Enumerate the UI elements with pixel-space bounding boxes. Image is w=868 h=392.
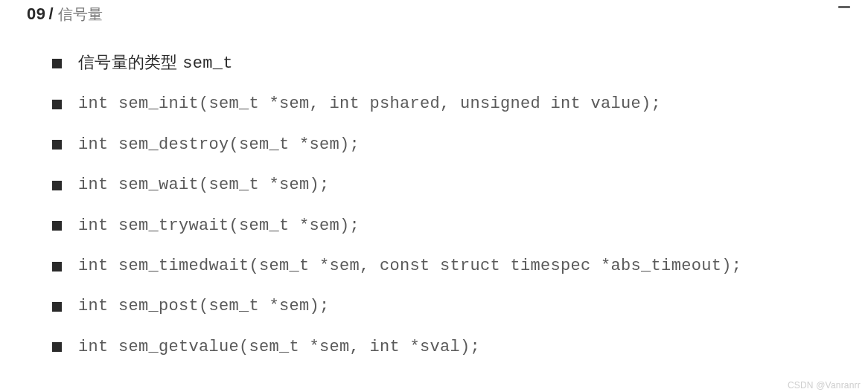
- bullet-icon: [52, 140, 62, 150]
- list-item: int sem_init(sem_t *sem, int pshared, un…: [52, 94, 826, 114]
- bullet-icon: [52, 302, 62, 312]
- list-item: int sem_destroy(sem_t *sem);: [52, 135, 826, 155]
- bullet-icon: [52, 221, 62, 231]
- list-item-text: 信号量的类型 sem_t: [78, 53, 233, 74]
- page-title: 信号量: [58, 4, 103, 25]
- bullet-icon: [52, 59, 62, 68]
- list-item: int sem_getvalue(sem_t *sem, int *sval);: [52, 338, 826, 357]
- list-item-text: int sem_post(sem_t *sem);: [78, 297, 330, 316]
- corner-decoration: [838, 6, 850, 8]
- list-item-text: int sem_getvalue(sem_t *sem, int *sval);: [78, 338, 480, 357]
- header-slash: /: [48, 4, 53, 24]
- list-item: int sem_wait(sem_t *sem);: [52, 176, 826, 195]
- content-list: 信号量的类型 sem_t int sem_init(sem_t *sem, in…: [0, 53, 868, 357]
- slide-header: 09 / 信号量: [0, 0, 868, 25]
- list-item-text: int sem_wait(sem_t *sem);: [78, 176, 330, 195]
- bullet-icon: [52, 100, 62, 109]
- page-number: 09: [27, 4, 45, 24]
- watermark: CSDN @Vanranrr: [788, 380, 861, 391]
- bullet-icon: [52, 342, 62, 352]
- list-item-text: int sem_trywait(sem_t *sem);: [78, 216, 360, 236]
- list-item: int sem_timedwait(sem_t *sem, const stru…: [52, 257, 826, 276]
- list-item: 信号量的类型 sem_t: [52, 53, 826, 74]
- list-item: int sem_trywait(sem_t *sem);: [52, 216, 826, 236]
- list-item: int sem_post(sem_t *sem);: [52, 297, 826, 316]
- list-item-text: int sem_init(sem_t *sem, int pshared, un…: [78, 94, 661, 114]
- bullet-icon: [52, 262, 62, 271]
- bullet-icon: [52, 181, 62, 190]
- list-item-text: int sem_destroy(sem_t *sem);: [78, 135, 360, 155]
- list-item-text: int sem_timedwait(sem_t *sem, const stru…: [78, 257, 741, 276]
